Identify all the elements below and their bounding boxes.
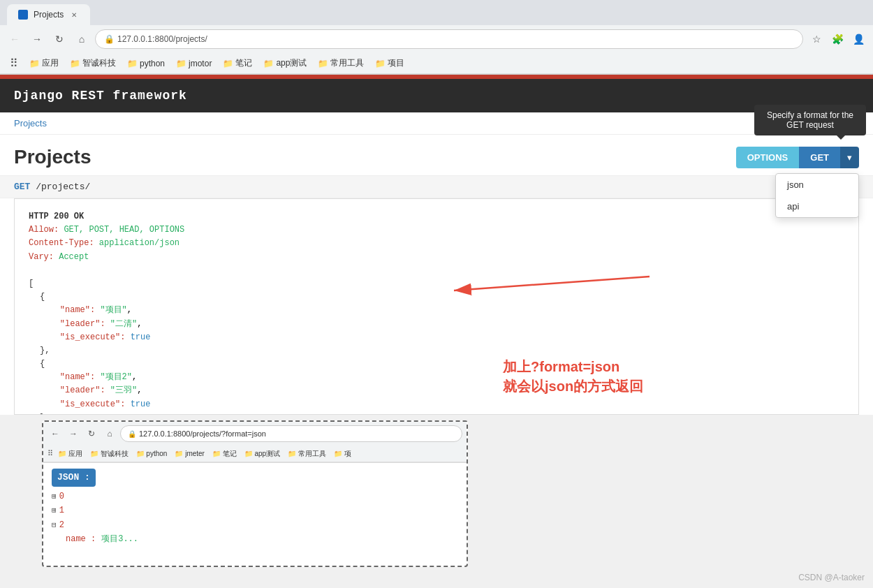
response-header-content-type: Content-Type: application/json <box>29 237 844 250</box>
bookmark-folder-icon-3: 📁 <box>127 59 138 68</box>
bookmark-project[interactable]: 📁 项目 <box>371 56 409 71</box>
json-tree-item-0: ⊞ 0 <box>52 490 458 504</box>
reload-button[interactable]: ↻ <box>50 30 68 48</box>
bottom-browser-screenshot: ← → ↻ ⌂ 🔒 127.0.0.1:8800/projects/?forma… <box>42 420 468 567</box>
tab-title: Projects <box>34 10 64 20</box>
bookmark-jmotor[interactable]: 📁 jmotor <box>172 57 216 70</box>
bookmark-label-6: app测试 <box>276 57 307 69</box>
bookmark-python[interactable]: 📁 python <box>123 57 169 70</box>
annotation-text: 加上?format=json 就会以json的方式返回 <box>503 357 643 396</box>
request-method: GET <box>14 182 30 192</box>
bottom-bm-proj[interactable]: 📁 项 <box>331 448 354 460</box>
bottom-bm-zhicheng[interactable]: 📁 智诚科技 <box>87 448 131 460</box>
bottom-bm-biji[interactable]: 📁 笔记 <box>210 448 240 460</box>
bookmark-folder-icon: 📁 <box>29 59 40 68</box>
bottom-home-button[interactable]: ⌂ <box>102 426 117 441</box>
json-badge: JSON : <box>52 469 458 490</box>
address-url: 127.0.0.1:8800/projects/ <box>117 34 207 44</box>
json-tree-item-2: ⊟ 2 <box>52 518 458 532</box>
csdn-watermark: CSDN @A-taoker <box>798 573 865 582</box>
browser-chrome: Projects ✕ ← → ↻ ⌂ 🔒 127.0.0.1:8800/proj… <box>0 0 873 75</box>
bottom-address-url: 127.0.0.1:8800/projects/?format=json <box>139 429 266 438</box>
tooltip-text: Specify a format for the GET request <box>767 110 853 130</box>
bookmark-label-5: 笔记 <box>235 57 252 69</box>
bookmark-folder-icon-5: 📁 <box>223 59 233 68</box>
bookmark-label: 应用 <box>42 57 59 69</box>
format-dropdown: json api <box>775 173 859 218</box>
response-content: HTTP 200 OK Allow: GET, POST, HEAD, OPTI… <box>15 199 858 415</box>
bookmark-folder-icon-2: 📁 <box>70 59 80 68</box>
address-bar-row: ← → ↻ ⌂ 🔒 127.0.0.1:8800/projects/ ☆ 🧩 👤 <box>0 25 873 53</box>
address-input[interactable]: 🔒 127.0.0.1:8800/projects/ <box>95 29 803 49</box>
bottom-bm-jmeter[interactable]: 📁 jmeter <box>172 449 207 458</box>
drf-title: Django REST framework <box>14 89 187 103</box>
active-tab[interactable]: Projects ✕ <box>7 4 90 25</box>
drf-header: Django REST framework <box>0 79 873 112</box>
json-tree-name-key: name : 项目3... <box>66 532 458 546</box>
breadcrumb: Projects <box>0 112 873 135</box>
dropdown-json[interactable]: json <box>776 174 858 196</box>
bottom-forward-button[interactable]: → <box>66 426 81 441</box>
back-button[interactable]: ← <box>6 30 24 48</box>
bookmark-label-8: 项目 <box>388 57 404 69</box>
request-line: GET /projects/ <box>0 175 873 198</box>
profile-icon[interactable]: 👤 <box>849 30 867 48</box>
bookmark-label-2: 智诚科技 <box>82 57 116 69</box>
bookmark-biji[interactable]: 📁 笔记 <box>219 56 256 71</box>
bookmark-folder-icon-6: 📁 <box>263 59 274 68</box>
bookmarks-bar: ⠿ 📁 应用 📁 智诚科技 📁 python 📁 jmotor 📁 笔记 📁 a… <box>0 53 873 74</box>
forward-button[interactable]: → <box>28 30 46 48</box>
bottom-bm-python[interactable]: 📁 python <box>133 449 170 458</box>
response-wrapper: HTTP 200 OK Allow: GET, POST, HEAD, OPTI… <box>14 198 859 415</box>
json-open-bracket: [ <box>29 277 844 291</box>
annotation-line1: 加上?format=json <box>503 357 643 376</box>
bookmark-tools[interactable]: 📁 常用工具 <box>314 56 368 71</box>
apps-grid-icon[interactable]: ⠿ <box>6 55 22 71</box>
tab-bar: Projects ✕ <box>0 0 873 25</box>
bottom-bm-tools[interactable]: 📁 常用工具 <box>285 448 329 460</box>
breadcrumb-link[interactable]: Projects <box>14 118 47 128</box>
bookmark-folder-icon-8: 📁 <box>375 59 386 68</box>
bottom-address-row: ← → ↻ ⌂ 🔒 127.0.0.1:8800/projects/?forma… <box>43 422 467 446</box>
page-title: Projects <box>14 146 91 168</box>
options-button[interactable]: OPTIONS <box>736 147 800 168</box>
tab-favicon <box>18 10 28 20</box>
json-array-item-0: { "name": "项目", "leader": "二清", "is_exec… <box>40 291 844 358</box>
bottom-browser-chrome: ← → ↻ ⌂ 🔒 127.0.0.1:8800/projects/?forma… <box>43 422 467 463</box>
bottom-bm-apps[interactable]: 📁 应用 <box>55 448 85 460</box>
get-caret-button[interactable]: ▾ <box>840 147 859 168</box>
extension-icon[interactable]: 🧩 <box>828 30 846 48</box>
bookmark-apptest[interactable]: 📁 app测试 <box>259 56 311 71</box>
request-path: /projects/ <box>36 182 90 192</box>
get-button[interactable]: GET <box>799 147 840 168</box>
dropdown-api[interactable]: api <box>776 196 858 217</box>
bookmark-star-icon[interactable]: ☆ <box>807 30 826 48</box>
bottom-reload-button[interactable]: ↻ <box>84 426 99 441</box>
main-content-area: Projects Projects Specify a format for t… <box>0 112 873 415</box>
bookmark-zhicheng[interactable]: 📁 智诚科技 <box>66 56 120 71</box>
bottom-bm-apptest[interactable]: 📁 app测试 <box>242 448 283 460</box>
response-status: HTTP 200 OK <box>29 210 844 223</box>
bookmark-yingyong[interactable]: 📁 应用 <box>25 56 63 71</box>
bottom-json-content: JSON : ⊞ 0 ⊞ 1 ⊟ 2 name : 项目3... <box>43 463 467 552</box>
bookmark-label-3: python <box>140 59 165 68</box>
get-tooltip: Specify a format for the GET request <box>754 105 866 135</box>
header-buttons: Specify a format for the GET request OPT… <box>736 147 859 168</box>
bookmark-label-4: jmotor <box>189 59 212 68</box>
json-array-item-1: { "name": "项目2", "leader": "三羽", "is_exe… <box>40 358 844 415</box>
json-tree-item-1: ⊞ 1 <box>52 504 458 517</box>
bottom-lock-icon: 🔒 <box>128 430 136 438</box>
tab-close-button[interactable]: ✕ <box>69 10 79 20</box>
bottom-apps-icon[interactable]: ⠿ <box>47 449 53 458</box>
response-header-vary: Vary: Accept <box>29 251 844 264</box>
bottom-address-input[interactable]: 🔒 127.0.0.1:8800/projects/?format=json <box>120 425 462 442</box>
lock-icon: 🔒 <box>104 34 115 44</box>
bottom-bookmarks-bar: ⠿ 📁 应用 📁 智诚科技 📁 python 📁 jmeter 📁 笔记 📁 a… <box>43 446 467 462</box>
bookmark-label-7: 常用工具 <box>330 57 364 69</box>
bookmark-folder-icon-7: 📁 <box>318 59 328 68</box>
response-header-allow: Allow: GET, POST, HEAD, OPTIONS <box>29 223 844 237</box>
home-button[interactable]: ⌂ <box>73 30 91 48</box>
browser-actions: ☆ 🧩 👤 <box>807 30 867 48</box>
bookmark-folder-icon-4: 📁 <box>176 59 186 68</box>
bottom-back-button[interactable]: ← <box>47 426 63 441</box>
